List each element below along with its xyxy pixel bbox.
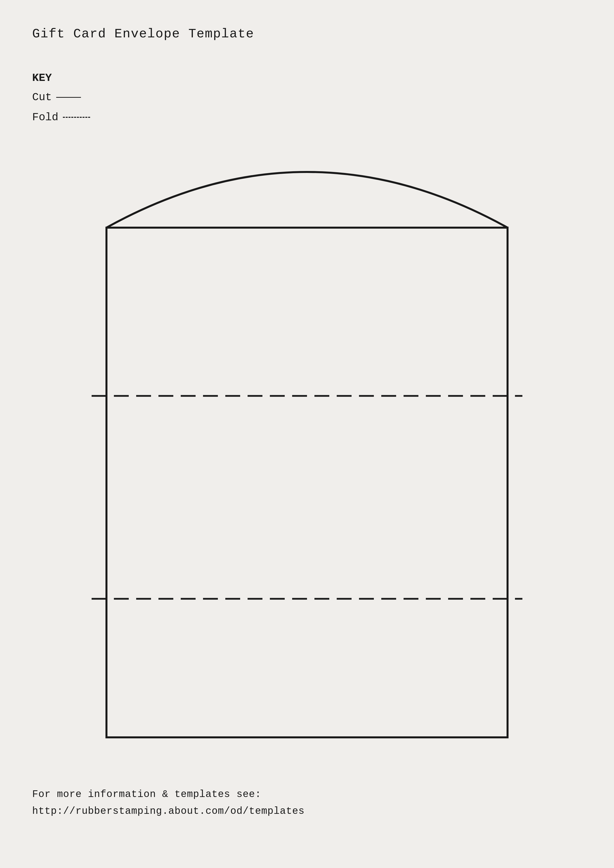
envelope-svg: [67, 109, 547, 747]
cut-text: Cut: [32, 88, 52, 106]
footer-section: For more information & templates see: ht…: [32, 786, 305, 820]
envelope-body: [106, 228, 508, 737]
footer-line2: http://rubberstamping.about.com/od/templ…: [32, 803, 305, 820]
key-label: KEY: [32, 69, 90, 87]
envelope-flap-arc: [106, 172, 508, 228]
page-title: Gift Card Envelope Template: [32, 27, 254, 41]
key-cut-row: Cut: [32, 88, 90, 106]
cut-line-sample: [56, 97, 81, 98]
fold-text: Fold: [32, 108, 58, 126]
footer-line1: For more information & templates see:: [32, 786, 305, 803]
envelope-container: [67, 109, 547, 747]
